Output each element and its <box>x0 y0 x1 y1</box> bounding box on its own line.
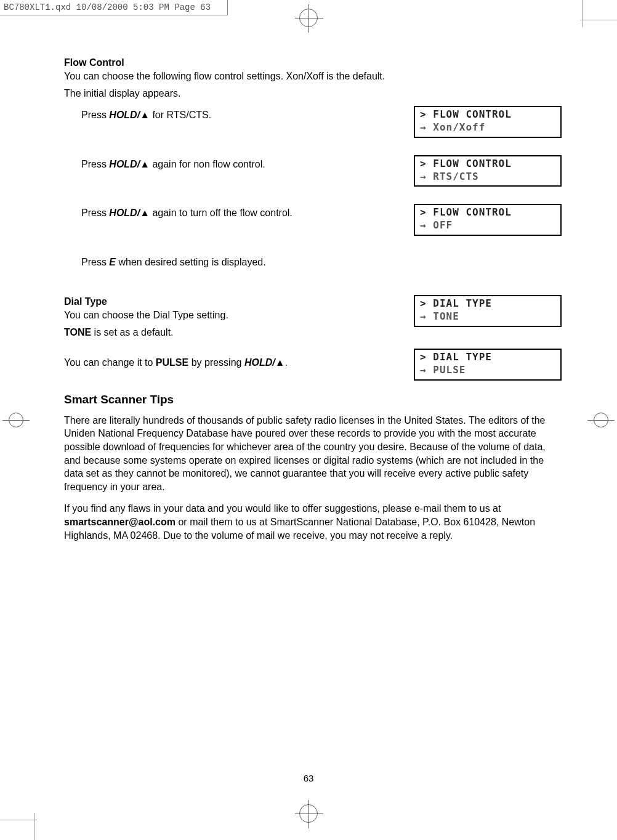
dial-type-heading: Dial Type <box>64 296 401 307</box>
dial-line3: You can change it to PULSE by pressing H… <box>64 349 401 368</box>
up-arrow-icon: ▲ <box>140 208 150 218</box>
file-header: BC780XLT1.qxd 10/08/2000 5:03 PM Page 63 <box>0 0 228 15</box>
registration-mark-bottom <box>299 804 318 823</box>
lcd-display-4: > DIAL TYPE → TONE <box>414 295 562 327</box>
crop-mark <box>582 0 583 27</box>
step-row-3: Press HOLD/▲ again to turn off the flow … <box>64 204 562 236</box>
dial-line2: TONE is set as a default. <box>64 326 401 339</box>
flow-control-heading: Flow Control <box>64 57 562 68</box>
step-row-2: Press HOLD/▲ again for non flow control.… <box>64 155 562 187</box>
step3-text: Press HOLD/▲ again to turn off the flow … <box>64 204 401 219</box>
registration-mark-top <box>299 9 318 27</box>
step1-text: Press HOLD/▲ for RTS/CTS. <box>64 106 401 121</box>
crop-mark <box>34 813 35 840</box>
step2-text: Press HOLD/▲ again for non flow control. <box>64 155 401 170</box>
up-arrow-icon: ▲ <box>140 110 150 120</box>
flow-intro2: The initial display appears. <box>64 87 562 100</box>
up-arrow-icon: ▲ <box>275 357 285 368</box>
crop-mark <box>0 820 37 820</box>
tips-para1: There are literally hundreds of thousand… <box>64 414 562 494</box>
step4-text: Press E when desired setting is displaye… <box>64 253 562 268</box>
registration-mark-right <box>594 413 608 427</box>
dial-type-row-2: You can change it to PULSE by pressing H… <box>64 349 562 381</box>
up-arrow-icon: ▲ <box>140 159 150 169</box>
smart-scanner-tips-heading: Smart Scanner Tips <box>64 393 562 406</box>
lcd-display-3: > FLOW CONTROL → OFF <box>414 204 562 236</box>
lcd-display-2: > FLOW CONTROL → RTS/CTS <box>414 155 562 187</box>
dial-line1: You can choose the Dial Type setting. <box>64 309 401 322</box>
registration-mark-left <box>9 413 23 427</box>
tips-para2: If you find any flaws in your data and y… <box>64 502 562 542</box>
lcd-display-1: > FLOW CONTROL → Xon/Xoff <box>414 106 562 138</box>
step-row-1: Press HOLD/▲ for RTS/CTS. > FLOW CONTROL… <box>64 106 562 138</box>
page-content: Flow Control You can choose the followin… <box>0 15 617 542</box>
crop-mark <box>580 20 617 20</box>
lcd-display-5: > DIAL TYPE → PULSE <box>414 349 562 381</box>
dial-type-row-1: Dial Type You can choose the Dial Type s… <box>64 293 562 342</box>
page-number: 63 <box>0 773 617 783</box>
flow-intro1: You can choose the following flow contro… <box>64 70 562 83</box>
step-row-4: Press E when desired setting is displaye… <box>64 253 562 268</box>
